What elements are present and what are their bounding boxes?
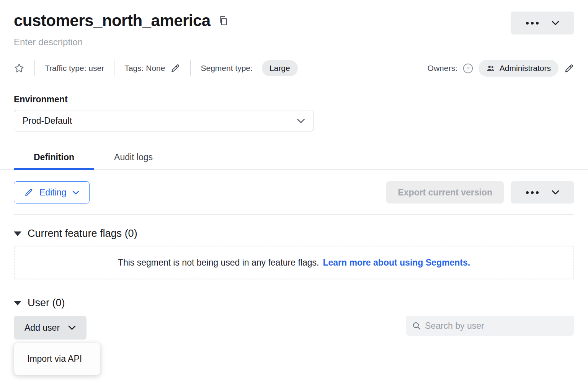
chevron-down-icon xyxy=(552,21,559,25)
chevron-down-icon xyxy=(552,190,559,195)
ellipsis-icon xyxy=(526,22,539,25)
add-user-dropdown-menu: Import via API xyxy=(14,343,100,375)
owners-pill[interactable]: Administrators xyxy=(479,60,559,77)
people-icon xyxy=(486,64,495,73)
chevron-down-icon xyxy=(297,118,305,123)
editing-mode-button[interactable]: Editing xyxy=(14,181,90,203)
svg-text:?: ? xyxy=(466,65,469,71)
ellipsis-icon xyxy=(526,191,539,194)
export-current-version-button[interactable]: Export current version xyxy=(386,181,504,203)
tab-definition[interactable]: Definition xyxy=(14,147,94,169)
divider xyxy=(14,214,574,215)
pencil-icon xyxy=(24,188,33,197)
owners-value: Administrators xyxy=(500,64,551,73)
editing-label: Editing xyxy=(39,187,66,198)
help-question-icon[interactable]: ? xyxy=(463,63,473,74)
tags-label: Tags: None xyxy=(124,64,165,73)
user-heading-label: User (0) xyxy=(28,297,65,309)
page-title: customers_north_america xyxy=(14,11,211,30)
feature-flags-section-heading[interactable]: Current feature flags (0) xyxy=(14,228,574,240)
traffic-type-label: Traffic type: user xyxy=(45,64,104,73)
title-block: customers_north_america Enter descriptio… xyxy=(14,11,228,48)
divider xyxy=(114,60,114,76)
meta-row: Traffic type: user Tags: None Segment ty… xyxy=(14,60,574,77)
environment-label: Environment xyxy=(14,94,574,105)
add-user-wrap: Add user Import via API xyxy=(14,316,87,340)
chevron-down-icon xyxy=(72,190,79,195)
divider xyxy=(34,60,35,76)
header-more-options-button[interactable] xyxy=(511,11,574,34)
divider xyxy=(190,60,191,76)
edit-tags-pencil-icon[interactable] xyxy=(170,63,180,73)
segment-type-badge: Large xyxy=(262,60,298,76)
favorite-star-icon[interactable] xyxy=(14,63,24,74)
learn-more-link[interactable]: Learn more about using Segments. xyxy=(323,258,470,268)
tabs-strip: Definition Audit logs xyxy=(0,147,588,170)
description-placeholder[interactable]: Enter description xyxy=(14,37,228,48)
user-controls-row: Add user Import via API xyxy=(14,316,574,340)
segment-type-label: Segment type: xyxy=(201,64,252,73)
user-section-heading[interactable]: User (0) xyxy=(14,297,574,309)
feature-flags-empty-state: This segment is not being used in any fe… xyxy=(14,246,574,279)
copy-title-icon[interactable] xyxy=(218,15,228,26)
collapse-caret-icon xyxy=(14,301,21,305)
environment-select[interactable]: Prod-Default xyxy=(14,110,314,131)
owners-label: Owners: xyxy=(428,64,457,73)
collapse-caret-icon xyxy=(14,231,21,236)
user-search-box xyxy=(406,316,574,336)
definition-toolbar: Editing Export current version xyxy=(14,181,574,203)
add-user-button[interactable]: Add user xyxy=(14,316,87,340)
segment-page: customers_north_america Enter descriptio… xyxy=(0,0,588,384)
edit-owners-pencil-icon[interactable] xyxy=(564,63,574,74)
search-by-user-input[interactable] xyxy=(425,321,568,331)
page-header: customers_north_america Enter descriptio… xyxy=(14,11,574,48)
tab-audit-logs[interactable]: Audit logs xyxy=(94,147,173,169)
empty-state-text: This segment is not being used in any fe… xyxy=(118,258,319,268)
menu-item-import-via-api[interactable]: Import via API xyxy=(15,344,99,374)
owners-group: Owners: ? Administrators xyxy=(428,60,574,77)
chevron-down-icon xyxy=(68,325,76,330)
feature-flags-heading-label: Current feature flags (0) xyxy=(28,228,137,240)
add-user-label: Add user xyxy=(24,323,60,333)
search-icon xyxy=(412,321,421,330)
toolbar-more-options-button[interactable] xyxy=(511,181,574,203)
environment-selected-value: Prod-Default xyxy=(23,116,72,126)
